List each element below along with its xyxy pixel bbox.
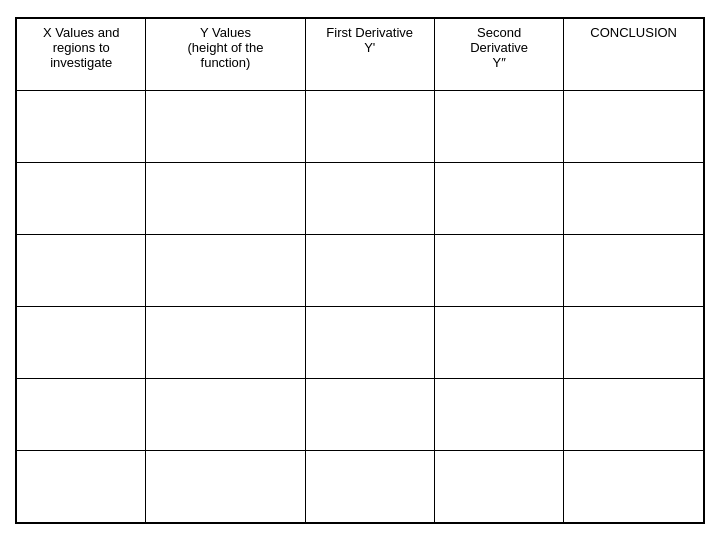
cell-x-2 [17, 162, 146, 234]
cell-y-4 [146, 306, 305, 378]
cell-y-1 [146, 90, 305, 162]
cell-fd-3 [305, 234, 434, 306]
cell-con-4 [564, 306, 704, 378]
cell-sd-4 [434, 306, 563, 378]
table-row [17, 90, 704, 162]
cell-x-5 [17, 378, 146, 450]
cell-sd-6 [434, 450, 563, 522]
header-second-derivative: Second Derivative Y″ [434, 18, 563, 90]
header-y-values: Y Values (height of the function) [146, 18, 305, 90]
cell-fd-2 [305, 162, 434, 234]
cell-fd-4 [305, 306, 434, 378]
cell-x-1 [17, 90, 146, 162]
cell-con-1 [564, 90, 704, 162]
cell-sd-3 [434, 234, 563, 306]
cell-con-3 [564, 234, 704, 306]
cell-fd-5 [305, 378, 434, 450]
cell-y-3 [146, 234, 305, 306]
cell-x-6 [17, 450, 146, 522]
table-row [17, 162, 704, 234]
cell-con-6 [564, 450, 704, 522]
cell-x-3 [17, 234, 146, 306]
cell-fd-1 [305, 90, 434, 162]
cell-y-2 [146, 162, 305, 234]
cell-sd-5 [434, 378, 563, 450]
header-conclusion: CONCLUSION [564, 18, 704, 90]
table-row [17, 306, 704, 378]
cell-sd-2 [434, 162, 563, 234]
cell-fd-6 [305, 450, 434, 522]
derivative-table: X Values and regions to investigate Y Va… [15, 17, 705, 524]
cell-x-4 [17, 306, 146, 378]
cell-con-2 [564, 162, 704, 234]
table-row [17, 450, 704, 522]
header-first-derivative: First Derivative Y' [305, 18, 434, 90]
table-row [17, 378, 704, 450]
cell-y-6 [146, 450, 305, 522]
header-x-values: X Values and regions to investigate [17, 18, 146, 90]
cell-sd-1 [434, 90, 563, 162]
cell-y-5 [146, 378, 305, 450]
cell-con-5 [564, 378, 704, 450]
table-row [17, 234, 704, 306]
